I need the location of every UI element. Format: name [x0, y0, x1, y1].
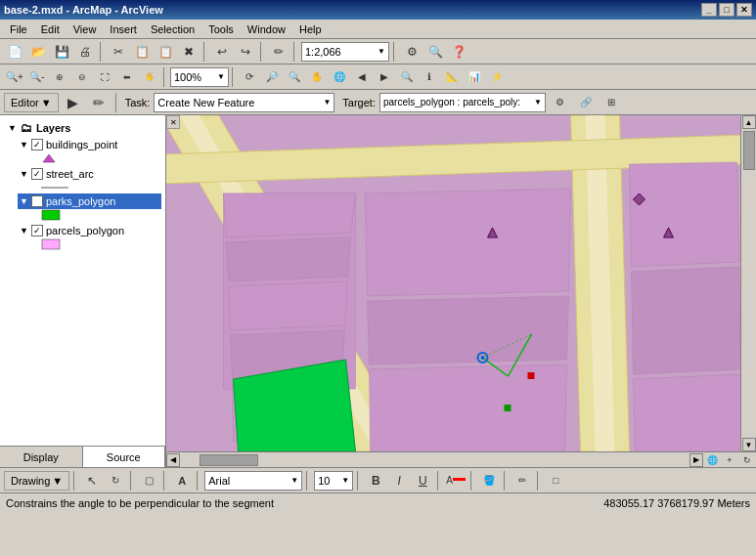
line-color[interactable]: ✏ — [511, 470, 533, 492]
undo-button[interactable]: ↩ — [211, 41, 233, 63]
grid-btn[interactable]: ⊞ — [600, 92, 622, 113]
scroll-track-v[interactable] — [742, 129, 756, 438]
pan-btn[interactable]: ✋ — [306, 66, 328, 88]
paste-button[interactable]: 📋 — [155, 41, 176, 63]
menu-file[interactable]: File — [4, 21, 33, 37]
buildings-checkbox[interactable]: ✓ — [31, 139, 43, 150]
layers-expand[interactable]: ▼ — [8, 123, 17, 133]
toc-tabs: Display Source — [0, 446, 165, 467]
underline-btn[interactable]: U — [412, 470, 433, 492]
copy-button[interactable]: 📋 — [131, 41, 153, 63]
menu-view[interactable]: View — [67, 21, 103, 37]
font-color[interactable]: A — [445, 470, 467, 492]
scroll-track-h[interactable] — [180, 453, 689, 467]
save-button[interactable]: 💾 — [51, 41, 72, 63]
menu-tools[interactable]: Tools — [202, 21, 240, 37]
menu-edit[interactable]: Edit — [35, 21, 66, 37]
buildings-symbol — [18, 152, 161, 166]
cut-button[interactable]: ✂ — [108, 41, 129, 63]
menu-help[interactable]: Help — [293, 21, 328, 37]
parks-checkbox[interactable]: ✓ — [31, 195, 43, 207]
zoom-percent-dropdown[interactable]: 100% ▼ — [170, 67, 229, 87]
identify-btn[interactable]: 🌐 — [329, 66, 350, 88]
edit-pencil[interactable]: ✏ — [88, 92, 110, 113]
layer-item-parcels[interactable]: ▼ ✓ parcels_polygon — [18, 223, 161, 238]
layer-item-street[interactable]: ▼ ✓ street_arc — [18, 166, 161, 182]
italic-btn[interactable]: I — [388, 470, 410, 492]
coordinates-display: 483055.17 3768179.97 Meters — [603, 497, 750, 509]
new-button[interactable]: 📄 — [4, 41, 25, 63]
drawing-dropdown[interactable]: Drawing ▼ — [4, 471, 69, 491]
shadow-btn[interactable]: □ — [545, 470, 566, 492]
info-btn[interactable]: ℹ — [419, 66, 440, 88]
menu-selection[interactable]: Selection — [145, 21, 200, 37]
target-dropdown[interactable]: parcels_polygon : parcels_poly: ▼ — [379, 93, 546, 112]
open-button[interactable]: 📂 — [27, 41, 49, 63]
print-button[interactable]: 🖨 — [74, 41, 96, 63]
snap-btn[interactable]: 🔗 — [575, 92, 597, 113]
fill-color[interactable]: 🪣 — [478, 470, 500, 492]
table-btn[interactable]: 📊 — [464, 66, 485, 88]
scroll-down-button[interactable]: ▼ — [742, 438, 756, 451]
tab-display[interactable]: Display — [0, 447, 83, 467]
forward-btn[interactable]: ▶ — [374, 66, 395, 88]
edit-tool-arrow[interactable]: ▶ — [63, 92, 84, 113]
tool2[interactable]: 🔍 — [424, 41, 446, 63]
scroll-left-button[interactable]: ◀ — [166, 453, 180, 467]
text-btn[interactable]: A — [171, 470, 193, 492]
vertical-scrollbar[interactable]: ▲ ▼ — [740, 115, 756, 451]
close-button[interactable]: ✕ — [736, 3, 752, 17]
minimize-button[interactable]: _ — [701, 3, 717, 17]
lightning-btn[interactable]: ⚡ — [486, 66, 508, 88]
scroll-thumb-h[interactable] — [200, 454, 258, 466]
parcels-checkbox[interactable]: ✓ — [31, 225, 43, 236]
font-dropdown[interactable]: Arial ▼ — [204, 471, 302, 491]
street-checkbox[interactable]: ✓ — [31, 168, 43, 180]
full-extent[interactable]: ⛶ — [94, 66, 115, 88]
toc-close-button[interactable]: ✕ — [166, 115, 180, 129]
redo-button[interactable]: ↪ — [235, 41, 256, 63]
scroll-up-button[interactable]: ▲ — [742, 115, 756, 129]
draw-select[interactable]: ↖ — [81, 470, 103, 492]
tool3[interactable]: ❓ — [448, 41, 469, 63]
editor-dropdown[interactable]: Editor ▼ — [4, 93, 59, 112]
zoom-out-btn[interactable]: 🔍- — [26, 66, 48, 88]
scroll-thumb-v[interactable] — [743, 131, 755, 170]
bold-btn[interactable]: B — [365, 470, 386, 492]
draw-rect[interactable]: ▢ — [138, 470, 159, 492]
layer-item-buildings[interactable]: ▼ ✓ buildings_point — [18, 137, 161, 152]
map-canvas[interactable] — [166, 115, 740, 451]
map-zoom-world[interactable]: 🌐 — [703, 453, 721, 467]
menu-insert[interactable]: Insert — [104, 21, 143, 37]
refresh-btn[interactable]: ⟳ — [239, 66, 260, 88]
fixed-zoom-in[interactable]: ⊕ — [49, 66, 70, 88]
zoom-percent[interactable]: 🖐 — [139, 66, 160, 88]
edit-pen-button[interactable]: ✏ — [268, 41, 289, 63]
menu-window[interactable]: Window — [242, 21, 291, 37]
zoom-in-btn[interactable]: 🔍+ — [4, 66, 25, 88]
draw-rotate2[interactable]: ↻ — [105, 470, 126, 492]
task-dropdown[interactable]: Create New Feature ▼ — [154, 93, 334, 112]
layer-item-parks[interactable]: ▼ ✓ parks_polygon — [18, 193, 161, 209]
tab-source[interactable]: Source — [83, 447, 166, 467]
scroll-right-button[interactable]: ▶ — [689, 453, 703, 467]
sketch-tool[interactable]: ⚙ — [550, 92, 571, 113]
zoom-in-fixed[interactable]: 🔎 — [261, 66, 283, 88]
map-zoom-in2[interactable]: + — [721, 453, 738, 467]
measure-btn[interactable]: 📐 — [441, 66, 463, 88]
back-btn2[interactable]: ◀ — [351, 66, 373, 88]
maximize-button[interactable]: □ — [719, 3, 734, 17]
map-rotate[interactable]: ↻ — [738, 453, 756, 467]
scale-dropdown[interactable]: 1:2,066 ▼ — [301, 42, 389, 62]
map-with-scrollbar: ▲ ▼ — [166, 115, 756, 451]
size-dropdown[interactable]: 10 ▼ — [314, 471, 353, 491]
tool1[interactable]: ⚙ — [401, 41, 422, 63]
map-svg — [166, 115, 740, 451]
delete-button[interactable]: ✖ — [178, 41, 200, 63]
find-btn[interactable]: 🔍 — [396, 66, 418, 88]
horizontal-scrollbar[interactable]: ◀ ▶ 🌐 + ↻ — [166, 451, 756, 467]
svg-rect-33 — [505, 405, 511, 411]
zoom-out-fixed2[interactable]: 🔍 — [284, 66, 305, 88]
back-extent[interactable]: ⬅ — [116, 66, 138, 88]
fixed-zoom-out[interactable]: ⊖ — [71, 66, 93, 88]
